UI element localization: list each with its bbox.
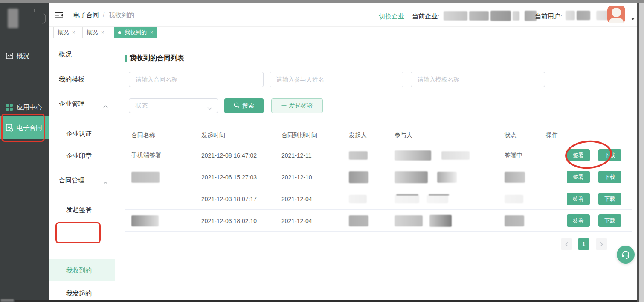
cell-initiator: [349, 210, 370, 232]
cell-expire: 2021-12-10: [281, 166, 312, 188]
app-window: 概况 应用中心 电子合同 概况 我的模板 企业管理 企业认证 企业印章 合同管理…: [0, 0, 644, 302]
redacted-block: [131, 172, 160, 183]
main-content: 我收到的合同列表 状态 搜索 发起签署 合同名称 发起时间 合同到期时间 发起人…: [115, 38, 637, 300]
table-row: 手机端签署2021-12-08 16:47:022021-12-11签署中签署下…: [115, 144, 637, 166]
prev-page-button[interactable]: [561, 238, 572, 250]
current-company-redacted: [444, 11, 538, 21]
download-button[interactable]: 下载: [598, 214, 621, 227]
table-header: 合同名称 发起时间 合同到期时间 发起人 参与人 状态 操作: [115, 126, 637, 144]
caret-down-icon[interactable]: [631, 18, 635, 20]
menu-item-received-hidden: [49, 245, 115, 257]
sign-button[interactable]: 签署: [567, 149, 590, 161]
sign-button[interactable]: 签署: [567, 193, 590, 205]
pagination: 1: [115, 238, 637, 250]
col-actions: 操作: [546, 126, 558, 144]
header-bar: 电子合同 / 我收到的 切换企业 当前企业: 当前用户:: [49, 3, 637, 27]
redacted-block: [395, 215, 423, 226]
tab-received[interactable]: 我收到的 ×: [114, 27, 157, 38]
redacted-block: [395, 195, 419, 203]
sidebar-item-app-center[interactable]: 应用中心: [0, 100, 49, 114]
tab-overview-1[interactable]: 概况 ×: [53, 27, 79, 38]
cell-name: [131, 166, 161, 188]
breadcrumb-separator: /: [103, 11, 104, 18]
current-company-label: 当前企业:: [412, 12, 439, 21]
window-top-edge: [0, 0, 644, 3]
template-name-input[interactable]: [411, 72, 545, 87]
apps-icon: [6, 103, 13, 111]
menu-item-my-templates[interactable]: 我的模板: [49, 73, 115, 85]
redacted-block: [505, 195, 523, 203]
user-avatar[interactable]: [607, 6, 625, 23]
menu-item-overview[interactable]: 概况: [49, 48, 115, 60]
cell-initiator: [349, 188, 368, 210]
search-icon: [234, 102, 240, 109]
chevron-up-icon: [103, 179, 108, 186]
download-button[interactable]: 下载: [598, 193, 621, 205]
download-button[interactable]: 下载: [598, 171, 621, 183]
page-title: 我收到的合同列表: [125, 54, 184, 63]
cell-participants: [395, 144, 471, 166]
cell-status: [505, 188, 525, 210]
contract-name-input[interactable]: [129, 72, 264, 87]
chart-icon: [6, 52, 13, 59]
cell-actions: 签署下载: [567, 166, 621, 188]
redacted-block: [441, 151, 470, 160]
search-button[interactable]: 搜索: [224, 98, 264, 113]
cell-start: 2021-12-03 18:07:17: [201, 188, 257, 210]
close-icon[interactable]: ×: [101, 29, 104, 35]
tab-overview-2[interactable]: 概况 ×: [82, 27, 108, 38]
redacted-block: [395, 171, 428, 183]
close-icon[interactable]: ×: [150, 29, 153, 35]
redacted-block: [513, 11, 519, 21]
secondary-sidebar: 概况 我的模板 企业管理 企业认证 企业印章 合同管理 发起签署 我收到的 我发…: [49, 38, 115, 302]
next-page-button[interactable]: [596, 238, 607, 250]
cell-participants: [395, 210, 453, 232]
cell-expire: 2021-12-04: [281, 210, 312, 232]
logo-mark: [42, 13, 46, 24]
current-user-redacted: [566, 11, 610, 20]
menu-item-initiate-sign[interactable]: 发起签署: [49, 204, 115, 216]
cell-status: 签署中: [505, 144, 522, 166]
redacted-block: [566, 11, 575, 20]
breadcrumb-section[interactable]: 电子合同: [73, 11, 99, 19]
divider: [125, 231, 632, 232]
menu-group-contract-mgmt[interactable]: 合同管理: [49, 174, 115, 186]
menu-item-company-verify[interactable]: 企业认证: [49, 128, 115, 140]
sidebar-item-label: 应用中心: [17, 103, 42, 111]
status-select[interactable]: 状态: [129, 98, 218, 113]
col-contract-name: 合同名称: [131, 126, 155, 144]
menu-item-company-seal[interactable]: 企业印章: [49, 150, 115, 162]
sidebar-item-e-contract[interactable]: 电子合同: [0, 116, 49, 139]
close-icon[interactable]: ×: [72, 29, 75, 35]
sign-button[interactable]: 签署: [567, 171, 590, 183]
redacted-block: [437, 172, 457, 183]
redacted-scribble: [396, 194, 418, 196]
redacted-block: [427, 195, 448, 203]
table-row: 2021-12-03 18:07:172021-12-04签署下载: [115, 188, 637, 210]
chevron-up-icon: [103, 102, 108, 109]
headset-icon: [621, 249, 631, 260]
tab-bar: 概况 × 概况 × 我收到的 ×: [49, 27, 637, 38]
sidebar-item-overview[interactable]: 概况: [0, 48, 49, 63]
customer-service-button[interactable]: [617, 246, 635, 264]
window-right-edge: [637, 0, 644, 302]
table-row: 2021-12-03 18:02:102021-12-04签署下载: [115, 210, 637, 232]
redacted-block: [395, 150, 431, 161]
redacted-block: [349, 215, 368, 226]
download-button[interactable]: 下载: [598, 149, 621, 161]
menu-fold-icon[interactable]: [55, 12, 64, 19]
chevron-down-icon: [207, 105, 212, 111]
switch-company-link[interactable]: 切换企业: [379, 12, 404, 21]
sign-button[interactable]: 签署: [567, 214, 590, 227]
chevron-left-icon: [565, 242, 569, 247]
cell-status: [505, 210, 526, 232]
col-status: 状态: [505, 126, 516, 144]
menu-item-received[interactable]: 我收到的: [49, 264, 115, 276]
col-expire-time: 合同到期时间: [281, 126, 317, 144]
page-1-button[interactable]: 1: [578, 238, 589, 250]
participant-name-input[interactable]: [270, 72, 403, 87]
initiate-sign-button[interactable]: 发起签署: [271, 98, 323, 113]
logo: [8, 9, 18, 28]
menu-item-sent-by-me[interactable]: 我发起的: [49, 287, 115, 299]
menu-group-company-mgmt[interactable]: 企业管理: [49, 98, 115, 110]
